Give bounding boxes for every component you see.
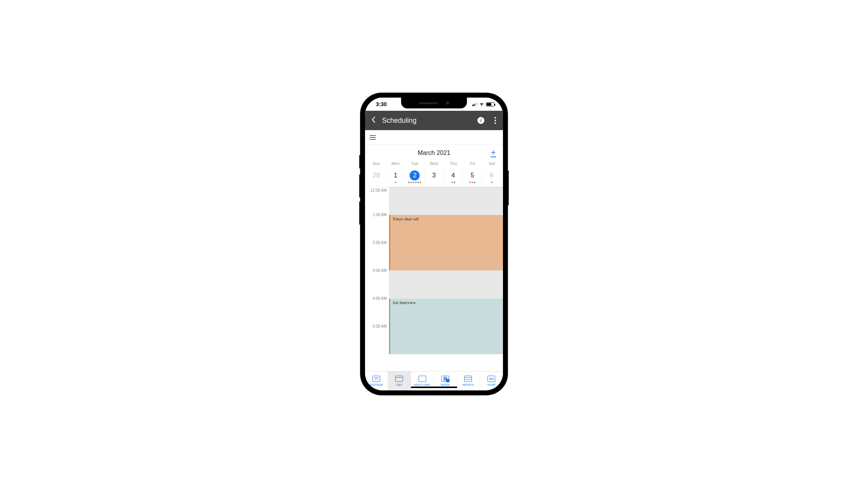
day-number: 28 (371, 170, 381, 180)
tab-agenda[interactable]: AGENDA (365, 371, 388, 390)
day-number: 4 (448, 170, 458, 180)
calendar-event[interactable]: Tokyo deal call (389, 215, 503, 270)
agenda-icon (372, 376, 380, 382)
day-number: 2 (410, 170, 420, 180)
event-dots (444, 182, 463, 184)
event-dots (386, 182, 405, 184)
weekday-label: Mon (391, 161, 400, 166)
hour-label: 2:00 AM (365, 241, 389, 268)
hour-label: 3:00 AM (365, 268, 389, 296)
event-dots (463, 182, 482, 184)
calendar-month-title[interactable]: March 2021 (418, 149, 451, 156)
toolbar (365, 130, 503, 145)
multiday-icon (418, 376, 426, 382)
wifi-icon (479, 101, 484, 107)
hamburger-button[interactable] (370, 135, 376, 140)
year-icon: 2019 (487, 376, 495, 382)
tab-label: AGENDA (370, 383, 383, 387)
status-time: 3:30 (376, 101, 387, 107)
tab-label: YEAR (487, 383, 496, 387)
day-number: 1 (391, 170, 401, 180)
screen: 3:30 Scheduling i March 2021 + (365, 98, 503, 390)
day-cell[interactable]: 5 (463, 169, 482, 185)
page-title: Scheduling (382, 117, 417, 125)
day-number: 6 (487, 170, 497, 180)
calendar-header: March 2021 + (365, 145, 503, 160)
tab-year[interactable]: 2019 YEAR (480, 371, 503, 390)
day-number: 3 (429, 170, 439, 180)
calendar-event[interactable]: Job Interview (389, 299, 503, 354)
hour-label: 12:00 AM (365, 188, 389, 216)
day-cell[interactable]: 6 (482, 169, 501, 185)
day-number-row: 28 1 2 3 4 5 6 (365, 167, 503, 187)
battery-icon (486, 102, 494, 107)
day-cell[interactable]: 2 (405, 169, 425, 185)
cellular-signal-icon (472, 102, 477, 106)
day-number: 5 (467, 170, 477, 180)
weekday-label: Wed (430, 161, 438, 166)
day-cell[interactable]: 4 (444, 169, 463, 185)
hour-label: 5:00 AM (365, 324, 389, 352)
week-icon (441, 376, 449, 382)
day-cell[interactable]: 28 (367, 169, 386, 185)
month-icon (464, 376, 472, 382)
tab-label: DAY (396, 383, 403, 387)
weekday-label: Sat (489, 161, 495, 166)
home-indicator[interactable] (411, 387, 457, 388)
day-cell[interactable]: 1 (386, 169, 406, 185)
info-button[interactable]: i (477, 117, 484, 124)
event-dots (482, 182, 501, 184)
more-menu-button[interactable] (491, 117, 499, 124)
phone-frame: 3:30 Scheduling i March 2021 + (360, 93, 508, 395)
add-event-button[interactable]: + (491, 149, 496, 157)
tab-month[interactable]: MONTH (457, 371, 480, 390)
day-cell[interactable]: 3 (425, 169, 444, 185)
tab-label: MULTI-DAY (414, 383, 431, 387)
weekday-label: Tue (411, 161, 418, 166)
tab-label: MONTH (463, 383, 474, 387)
timeline[interactable]: 12:00 AM 1:00 AM 2:00 AM 3:00 AM 4:00 AM… (365, 187, 503, 371)
app-bar: Scheduling i (365, 111, 503, 130)
back-button[interactable] (369, 116, 378, 125)
day-icon (395, 376, 403, 382)
hour-label: 4:00 AM (365, 296, 389, 324)
weekday-row: Sun Mon Tue Wed Thu Fri Sat (365, 160, 503, 167)
tab-day[interactable]: DAY (388, 371, 411, 390)
event-dots (405, 182, 424, 184)
hour-label: 1:00 AM (365, 213, 389, 241)
weekday-label: Thu (450, 161, 457, 166)
tab-label: WEEK (441, 383, 450, 387)
weekday-label: Fri (470, 161, 475, 166)
notch (401, 98, 467, 108)
weekday-label: Sun (372, 161, 380, 166)
